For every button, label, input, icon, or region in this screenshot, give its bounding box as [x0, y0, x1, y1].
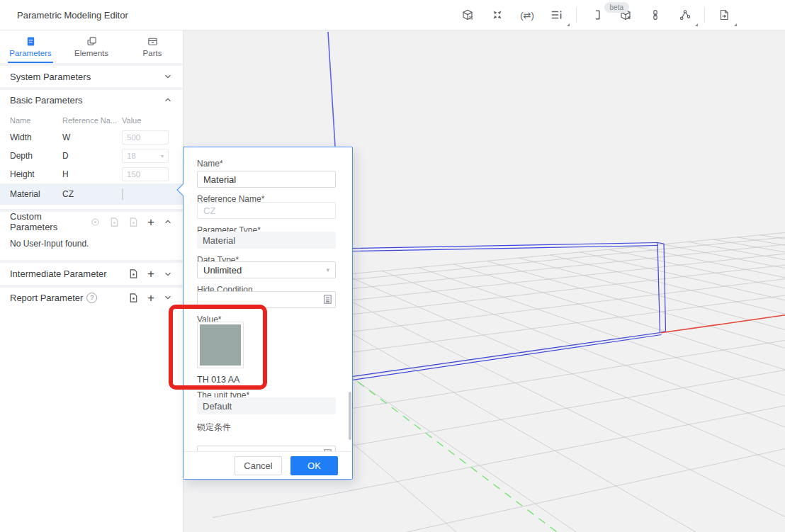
tab-elements[interactable]: Elements — [61, 30, 122, 63]
chevron-down-icon — [163, 72, 173, 81]
ok-button[interactable]: OK — [290, 456, 338, 475]
reference-name-input — [197, 202, 336, 219]
target-icon[interactable] — [90, 217, 101, 227]
app-title: Parametric Modeling Editor — [17, 10, 128, 21]
node-graph-icon[interactable] — [670, 0, 700, 30]
section-basic-parameters[interactable]: Basic Parameters — [0, 90, 183, 110]
tab-parameters[interactable]: Parameters — [0, 30, 61, 63]
name-input[interactable] — [197, 171, 336, 188]
help-icon[interactable]: ? — [86, 293, 97, 303]
depth-value-select[interactable]: 18 ▾ — [122, 149, 169, 163]
parameter-type-field: Material — [197, 232, 336, 249]
top-toolbar: Parametric Modeling Editor (⇄) — [0, 0, 785, 30]
add-parameter-button[interactable]: + — [147, 292, 154, 304]
model-library-icon[interactable] — [453, 0, 482, 30]
dropdown-caret-icon — [734, 23, 737, 26]
tab-parts[interactable]: Parts — [122, 30, 183, 63]
dialog-scrollbar[interactable] — [349, 392, 351, 440]
lock-condition-label: 锁定条件 — [197, 422, 231, 432]
dropdown-caret-icon — [567, 23, 570, 26]
doc-import-icon[interactable] — [109, 217, 120, 227]
section-system-parameters[interactable]: System Parameters — [0, 66, 183, 87]
chevron-down-icon[interactable] — [163, 293, 173, 302]
toolbar-divider — [576, 7, 577, 23]
material-value-swatch[interactable] — [197, 322, 244, 368]
material-name-text: TH 013 AA — [197, 375, 239, 385]
export-doc-icon[interactable] — [709, 0, 739, 30]
dialog-footer: Cancel OK — [183, 451, 352, 479]
doc-import-icon[interactable] — [128, 268, 139, 279]
parameter-row-width[interactable]: Width W 500 — [0, 128, 183, 147]
chevron-up-icon — [163, 95, 173, 105]
section-report-parameter[interactable]: Report Parameter ? + — [0, 288, 183, 307]
dropdown-caret-icon — [695, 23, 698, 26]
left-sidebar: Parameters Elements Parts System Paramet… — [0, 30, 183, 532]
dialog-body: Name* Reference Name* Parameter Type* Ma… — [183, 147, 352, 452]
doc-export-icon[interactable] — [128, 217, 139, 227]
width-value-input[interactable]: 500 — [122, 130, 169, 145]
chevron-down-icon[interactable] — [163, 269, 173, 279]
section-custom-parameters[interactable]: Custom Parameters + — [0, 212, 183, 232]
hide-condition-input[interactable] — [197, 291, 336, 308]
custom-parameters-empty-text: No User-Input found. — [0, 232, 183, 260]
add-parameter-button[interactable]: + — [147, 216, 154, 228]
height-value-input[interactable]: 150 — [122, 167, 169, 181]
add-parameter-button[interactable]: + — [147, 268, 154, 280]
select-caret-icon: ▾ — [326, 266, 329, 273]
formula-icon[interactable] — [324, 295, 332, 304]
chevron-up-icon[interactable] — [163, 217, 173, 227]
name-label: Name* — [197, 159, 223, 169]
parameter-row-depth[interactable]: Depth D 18 ▾ — [0, 147, 183, 165]
toolbar-divider — [704, 7, 705, 23]
doc-import-icon[interactable] — [128, 293, 139, 303]
data-type-select[interactable]: Unlimited ▾ — [197, 261, 336, 278]
parameters-doc-icon — [26, 36, 36, 47]
y-axis-line — [358, 382, 557, 532]
list-info-icon[interactable] — [542, 0, 572, 30]
parts-box-icon — [147, 36, 158, 47]
material-swatch[interactable] — [122, 188, 123, 200]
parameter-table-header: Name Reference Na... Value — [0, 113, 183, 128]
link-chain-icon[interactable] — [640, 0, 670, 30]
unit-type-field: Default — [197, 397, 336, 414]
focus-center-icon[interactable] — [482, 0, 512, 30]
panel-wireframe — [352, 243, 666, 380]
cancel-button[interactable]: Cancel — [235, 456, 282, 475]
parameter-row-material[interactable]: Material CZ — [0, 183, 183, 205]
sync-swap-icon[interactable]: (⇄) — [512, 0, 542, 30]
parameter-row-height[interactable]: Height H 150 — [0, 165, 183, 183]
sidebar-tabs: Parameters Elements Parts — [0, 30, 183, 63]
edit-parameter-dialog: Name* Reference Name* Parameter Type* Ma… — [183, 147, 353, 480]
z-axis-line — [328, 32, 335, 147]
section-intermediate-parameter[interactable]: Intermediate Parameter + — [0, 263, 183, 285]
beta-badge: beta — [604, 2, 629, 13]
select-caret-icon: ▾ — [161, 153, 164, 159]
elements-layers-icon — [86, 36, 97, 47]
